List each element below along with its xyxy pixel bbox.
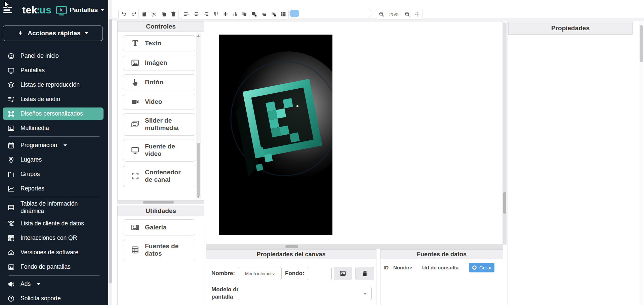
toolbar-send-backward-button[interactable] — [269, 10, 278, 18]
sidebar-item-ads[interactable]: Ads — [3, 278, 104, 291]
logo-prefix: tek — [22, 4, 37, 15]
scroll-down-arrow-icon[interactable] — [197, 196, 200, 198]
send-back-icon — [251, 11, 257, 17]
align-right-icon — [203, 11, 209, 17]
pick-background-image-button[interactable] — [334, 267, 352, 280]
toolbar-align-center-button[interactable] — [192, 10, 201, 18]
sidebar-item-listas-de-reproduccion[interactable]: Listas de reproducción — [3, 79, 104, 91]
align-left-icon — [184, 11, 190, 17]
controls-hscrollbar[interactable] — [117, 201, 204, 204]
controls-scrollbar[interactable] — [196, 33, 201, 199]
sidebar-item-versiones-de-software[interactable]: Versiones de software — [3, 247, 104, 259]
design-canvas[interactable] — [206, 21, 503, 245]
sidebar-item-listas-de-audio[interactable]: Listas de audio — [3, 93, 104, 105]
canvas-vscrollbar-thumb[interactable] — [503, 192, 506, 214]
vector-square-icon — [7, 110, 15, 118]
sidebar-item-disenos-personalizados[interactable]: Diseños personalizados — [3, 107, 104, 120]
toolbar-valign-top-button[interactable] — [211, 10, 220, 18]
control-slider-de-multimedia[interactable]: Slider de multimedia — [123, 113, 195, 136]
controls-scrollbar-thumb[interactable] — [197, 143, 200, 196]
layers-icon — [7, 81, 15, 89]
zoom-in-button[interactable] — [403, 10, 412, 18]
card-icon-box — [125, 223, 145, 232]
zoom-out-button[interactable] — [377, 10, 386, 18]
screen-k-icon: k — [56, 6, 67, 14]
create-data-source-button[interactable]: Crear — [469, 263, 494, 272]
logo-suffix: us — [39, 4, 51, 15]
move-icon — [414, 11, 420, 17]
toolbar-valign-middle-button[interactable] — [221, 10, 230, 18]
canvas-properties-header: Propiedades del canvas — [206, 249, 376, 259]
card-label: Fuente de video — [145, 143, 185, 158]
window-scrollbar-thumb[interactable] — [640, 25, 643, 62]
control-fuente-de-video[interactable]: Fuente de video — [123, 139, 195, 162]
toolbar-toggle-grid-button[interactable] — [279, 10, 288, 18]
toolbar-delete-button[interactable] — [169, 10, 178, 18]
canvas-hscrollbar[interactable] — [206, 245, 503, 249]
controls-panel-header: Controles — [117, 21, 204, 32]
zoom-slider-handle[interactable] — [290, 10, 299, 17]
control-galeria[interactable]: Galería — [123, 219, 195, 235]
canvas-name-input[interactable] — [238, 267, 282, 280]
toolbar-align-right-button[interactable] — [201, 10, 210, 18]
toolbar-send-to-back-button[interactable] — [249, 10, 258, 18]
sidebar-item-lista-de-cliente-de-datos[interactable]: Lista de cliente de datos — [3, 218, 104, 230]
toolbar-redo-button[interactable] — [129, 10, 138, 18]
sidebar-item-grupos[interactable]: Grupos — [3, 168, 104, 180]
sidebar-item-tablas-de-informacion-dinamica[interactable]: Tablas de información dinámica — [3, 200, 104, 216]
quick-actions-button[interactable]: Acciones rápidas — [3, 26, 103, 41]
background-input[interactable] — [307, 267, 332, 280]
control-contenedor-de-canal[interactable]: Contenedor de canal — [123, 165, 195, 187]
pan-button[interactable] — [412, 10, 421, 18]
sidebar-item-label: Ads — [21, 280, 31, 288]
toolbar-bring-forward-button[interactable] — [259, 10, 268, 18]
control-boton[interactable]: Botón — [123, 74, 195, 90]
quick-actions-label: Acciones rápidas — [28, 30, 80, 37]
zoom-slider[interactable] — [289, 9, 372, 18]
controls-hscrollbar-thumb[interactable] — [143, 201, 174, 204]
toolbar-valign-bottom-button[interactable] — [231, 10, 240, 18]
image-icon — [131, 58, 139, 67]
toolbar-copy-button[interactable] — [159, 10, 168, 18]
canvas-hscrollbar-thumb[interactable] — [285, 245, 298, 248]
menu-hamburger-icon[interactable] — [3, 7, 12, 13]
toolbar-paste-button[interactable] — [139, 10, 149, 18]
sidebar-item-panel-de-inicio[interactable]: Panel de inicio — [3, 50, 104, 62]
sidebar-item-pantallas[interactable]: Pantallas — [3, 64, 104, 77]
toolbar-align-left-button[interactable] — [182, 10, 191, 18]
control-video[interactable]: Video — [123, 94, 195, 110]
sidebar-item-label: Lista de cliente de datos — [21, 220, 84, 227]
sidebar-item-reportes[interactable]: Reportes — [3, 182, 104, 195]
valign-bottom-icon — [232, 11, 238, 17]
clear-background-button[interactable] — [355, 267, 374, 280]
canvas-artwork[interactable] — [219, 34, 333, 235]
sidebar-item-multimedia[interactable]: Multimedia — [3, 122, 104, 134]
control-imagen[interactable]: Imágen — [123, 55, 195, 71]
canvas-vscrollbar[interactable] — [503, 23, 507, 245]
window-scrollbar[interactable] — [639, 21, 643, 305]
sidebar-item-solicita-soporte[interactable]: Solicita soporte — [3, 293, 104, 305]
sidebar-item-programacion[interactable]: Programación — [3, 139, 104, 151]
help-circle-icon — [7, 295, 15, 302]
controls-panel-body: TextoImágenBotónVideoSlider de multimedi… — [117, 32, 204, 201]
sidebar-scrollbar[interactable] — [108, 0, 112, 305]
pointer-icon — [131, 78, 139, 87]
context-switcher[interactable]: k Pantallas — [56, 6, 104, 14]
control-fuentes-de-datos[interactable]: Fuentes de datos — [123, 239, 195, 261]
sidebar-item-interacciones-con-qr[interactable]: Interacciones con QR — [3, 232, 104, 245]
sidebar-item-fondo-de-pantallas[interactable]: Fondo de pantallas — [3, 261, 104, 273]
control-texto[interactable]: Texto — [123, 35, 195, 51]
toolbar-undo-button[interactable] — [119, 10, 128, 18]
screen-model-select[interactable] — [238, 287, 372, 300]
sidebar-scrollbar-thumb[interactable] — [109, 19, 112, 284]
toolbar-bring-to-front-button[interactable] — [240, 10, 249, 18]
toolbar-cut-button[interactable] — [149, 10, 158, 18]
data-sources-body: ID Nombre Url de consulta Crear — [380, 259, 503, 305]
context-label: Pantallas — [70, 6, 98, 14]
card-icon-box — [125, 120, 145, 129]
valign-middle-icon — [223, 11, 229, 17]
card-icon-box — [125, 246, 145, 254]
toolbar-group-3 — [239, 9, 279, 19]
sidebar-item-lugares[interactable]: Lugares — [3, 154, 104, 166]
scroll-up-arrow-icon[interactable] — [197, 35, 200, 37]
